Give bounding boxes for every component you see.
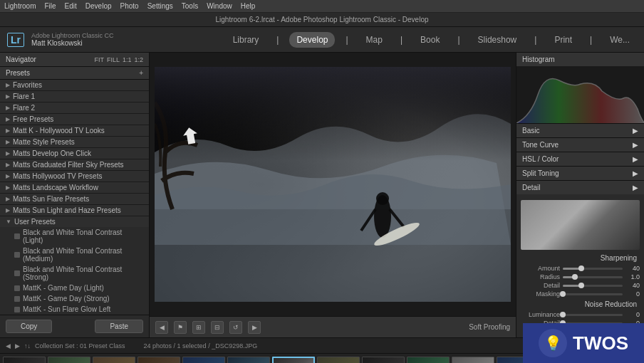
preset-dot (14, 233, 20, 239)
menu-develop[interactable]: Develop (85, 2, 112, 10)
nav-library[interactable]: Library (226, 32, 266, 48)
preset-item[interactable]: MattK - Sun Flare Glow Left (0, 304, 149, 315)
preset-group-header-user[interactable]: ▼ User Presets (0, 216, 149, 227)
navigator-header[interactable]: Navigator FIT FILL 1:1 1:2 (0, 53, 149, 67)
preset-group-header[interactable]: ▶ Matts Develop One Click (0, 148, 149, 159)
image-toolbar: ◀ ⚑ ⊞ ⊟ ↺ ▶ Soft Proofing (150, 316, 516, 337)
compare-button[interactable]: ⊟ (211, 321, 224, 334)
luminance-thumb[interactable] (560, 312, 566, 317)
nav-fill[interactable]: FILL (107, 56, 120, 63)
next-image-button[interactable]: ▶ (248, 321, 261, 334)
basic-header[interactable]: Basic ▶ (516, 124, 644, 137)
masking-track[interactable] (563, 293, 623, 295)
hsl-header[interactable]: HSL / Color ▶ (516, 152, 644, 166)
luminance-track[interactable] (563, 314, 623, 316)
film-thumb[interactable] (362, 357, 405, 364)
preset-group-header[interactable]: ▶ Matts Landscape Workflow (0, 182, 149, 193)
nav-1-1[interactable]: 1:1 (123, 56, 132, 63)
preset-item[interactable]: Black and White Tonal Contrast (Medium) (0, 246, 149, 264)
preset-group-header[interactable]: ▶ Matts Hollywood TV Presets (0, 171, 149, 182)
radius-label: Radius (521, 273, 560, 280)
paste-button[interactable]: Paste (95, 320, 143, 333)
menu-help[interactable]: Help (241, 2, 256, 10)
sharpening-masking-row: Masking 0 (521, 290, 640, 298)
menu-window[interactable]: Window (207, 2, 232, 10)
nav-print[interactable]: Print (547, 32, 579, 48)
preset-group-free: ▶ Free Presets (0, 114, 149, 125)
detail-content: Sharpening Amount 40 Radius 1.0 (516, 194, 644, 337)
amount-thumb[interactable] (578, 265, 584, 271)
histogram-header[interactable]: Histogram (516, 53, 644, 66)
group-name: Matts Hollywood TV Presets (13, 172, 102, 180)
nav-web[interactable]: We... (603, 32, 637, 48)
preset-group-header[interactable]: ▶ Matt K - Hollywood TV Looks (0, 125, 149, 136)
preset-item[interactable]: Black and White Tonal Contrast (Light) (0, 227, 149, 246)
radius-track[interactable] (563, 276, 623, 278)
menu-file[interactable]: File (44, 2, 56, 10)
filmstrip-arrows[interactable]: ↑↓ (24, 342, 31, 349)
grid-view-button[interactable]: ⊞ (192, 321, 205, 334)
group-name: Matts Develop One Click (13, 149, 91, 157)
title-bar: Lightroom 6-2.lrcat - Adobe Photoshop Li… (0, 13, 644, 27)
preset-group-header[interactable]: ▶ Matts Graduated Filter Sky Presets (0, 159, 149, 170)
presets-header[interactable]: Presets + (0, 67, 149, 80)
copy-button[interactable]: Copy (6, 320, 52, 333)
menu-tools[interactable]: Tools (182, 2, 198, 10)
preset-group-header[interactable]: ▶ Flare 1 (0, 91, 149, 102)
loop-button[interactable]: ↺ (229, 321, 242, 334)
preset-group-header[interactable]: ▶ Free Presets (0, 114, 149, 125)
film-thumb[interactable] (93, 357, 135, 364)
filmstrip-next[interactable]: ▶ (15, 342, 20, 349)
nav-slideshow[interactable]: Slideshow (471, 32, 524, 48)
film-thumb[interactable] (137, 357, 180, 364)
film-thumb[interactable] (48, 357, 90, 364)
split-toning-header[interactable]: Split Toning ▶ (516, 167, 644, 180)
group-name: Flare 2 (13, 104, 35, 112)
add-preset-icon[interactable]: + (139, 69, 143, 77)
film-thumb[interactable] (227, 357, 270, 364)
film-thumb[interactable] (3, 357, 46, 364)
masking-thumb[interactable] (560, 291, 566, 297)
radius-thumb[interactable] (572, 274, 578, 280)
preset-group-matts-sun-flare: ▶ Matts Sun Flare Presets (0, 194, 149, 205)
main-image (155, 67, 511, 302)
collapse-icon: ▶ (6, 150, 10, 157)
nav-fit[interactable]: FIT (94, 56, 104, 63)
preset-group-header[interactable]: ▶ Favorites (0, 80, 149, 90)
masking-value: 0 (625, 290, 640, 298)
navigator-label: Navigator (6, 56, 36, 63)
nav-book[interactable]: Book (413, 32, 447, 48)
collapse-icon: ▶ (6, 207, 10, 214)
preset-item[interactable]: MattK - Game Day (Light) (0, 283, 149, 293)
preset-group-header[interactable]: ▶ Matts Sun Flare Presets (0, 194, 149, 204)
nav-map[interactable]: Map (359, 32, 390, 48)
soft-proofing-label: Soft Proofing (469, 323, 510, 331)
film-thumb[interactable] (407, 357, 450, 364)
preset-item[interactable]: Black and White Tonal Contrast (Strong) (0, 264, 149, 283)
detail-thumb[interactable] (578, 283, 584, 288)
amount-track[interactable] (563, 268, 623, 270)
menu-edit[interactable]: Edit (65, 2, 77, 10)
preset-item[interactable]: MattK - Game Day (Strong) (0, 293, 149, 304)
filmstrip-prev[interactable]: ◀ (6, 342, 11, 349)
film-thumb[interactable] (317, 357, 360, 364)
detail-track[interactable] (563, 285, 623, 287)
nav-1-2[interactable]: 1:2 (134, 56, 143, 63)
tone-curve-header[interactable]: Tone Curve ▶ (516, 138, 644, 152)
sharpening-radius-row: Radius 1.0 (521, 273, 640, 280)
preset-group-header[interactable]: ▶ Matts Sun Light and Haze Presets (0, 205, 149, 216)
menu-photo[interactable]: Photo (120, 2, 139, 10)
collection-label: Collection Set : 01 Preset Class (35, 342, 125, 349)
film-thumb[interactable] (182, 357, 225, 364)
preset-group-header[interactable]: ▶ Flare 2 (0, 102, 149, 113)
group-name: Matts Sun Flare Presets (13, 195, 89, 203)
menu-lightroom[interactable]: Lightroom (4, 2, 36, 10)
film-thumb[interactable] (452, 357, 494, 364)
detail-header[interactable]: Detail ▶ (516, 181, 644, 194)
menu-settings[interactable]: Settings (147, 2, 173, 10)
prev-image-button[interactable]: ◀ (155, 321, 168, 334)
nav-develop[interactable]: Develop (289, 32, 335, 48)
preset-group-header[interactable]: ▶ Matte Style Presets (0, 137, 149, 147)
film-thumb-selected[interactable] (272, 357, 315, 364)
flag-button[interactable]: ⚑ (174, 321, 187, 334)
